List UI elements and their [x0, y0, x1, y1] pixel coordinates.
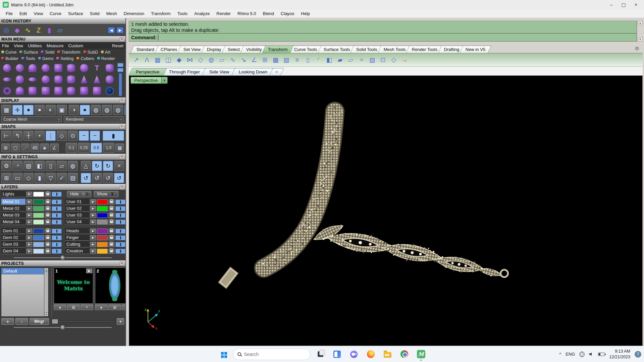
- main-menu-utilities[interactable]: Utilities: [28, 43, 42, 48]
- scroll-up-icon[interactable]: ▲: [638, 21, 643, 25]
- file-explorer-button[interactable]: [381, 348, 394, 361]
- book-icon[interactable]: ▮: [35, 173, 45, 183]
- menu-mesh[interactable]: Mesh: [103, 10, 120, 17]
- builder-tool-icon[interactable]: [26, 74, 39, 85]
- maelstrom-icon[interactable]: ▨: [368, 55, 377, 65]
- polar-array-icon[interactable]: ▩: [271, 55, 280, 65]
- snap-perp-icon[interactable]: −: [90, 131, 100, 141]
- close-icon[interactable]: ✕: [120, 125, 124, 129]
- builder-tool-icon[interactable]: [39, 62, 52, 73]
- thumb-delete-button[interactable]: ×: [80, 304, 93, 310]
- grid-snap-icon[interactable]: ⊞: [1, 143, 10, 152]
- layer-color-swatch[interactable]: [97, 206, 108, 211]
- snap-center-icon[interactable]: •: [35, 131, 45, 141]
- category-builder[interactable]: Builder: [1, 56, 18, 61]
- builder-tool-icon[interactable]: [78, 74, 90, 85]
- project-item[interactable]: Default: [1, 268, 44, 275]
- builder-tool-icon[interactable]: [26, 62, 39, 73]
- layer-expand-icon[interactable]: ▶: [26, 199, 32, 204]
- copy-icon[interactable]: ▦: [153, 55, 162, 65]
- ribbon-tab-transform[interactable]: Transform: [262, 46, 294, 53]
- start-button[interactable]: [216, 348, 230, 361]
- snap-near-icon[interactable]: ↰: [12, 131, 22, 141]
- cylinder-icon[interactable]: ▮: [45, 26, 54, 35]
- gem-builder-icon[interactable]: ◆: [13, 26, 21, 35]
- paste-icon[interactable]: ◫: [164, 55, 173, 65]
- lock-icon[interactable]: [109, 235, 114, 240]
- layer-expand-icon[interactable]: ▶: [26, 220, 32, 225]
- layer-color-swatch[interactable]: [33, 213, 44, 218]
- main-menu-view[interactable]: View: [14, 43, 23, 48]
- lock-icon[interactable]: [45, 192, 51, 197]
- layer-visibility-toggle[interactable]: [52, 213, 62, 218]
- planar-icon[interactable]: ⋰: [21, 143, 30, 152]
- category-transform[interactable]: Transform: [57, 50, 80, 55]
- grid-mini-button[interactable]: [117, 68, 123, 72]
- main-menu-reset[interactable]: Reset: [112, 43, 123, 48]
- volume-icon[interactable]: [589, 353, 592, 356]
- layer-label[interactable]: Gem 04: [1, 248, 25, 254]
- grid-settings-icon[interactable]: ▦: [115, 143, 124, 152]
- viewport-tab-perspective[interactable]: Perspective: [128, 68, 167, 75]
- projects-list[interactable]: Default ▲ ▼: [1, 267, 49, 317]
- scroll-up-icon[interactable]: ▲: [44, 268, 48, 272]
- layer-label[interactable]: Metal 03: [1, 212, 25, 218]
- menu-file[interactable]: File: [3, 10, 16, 17]
- taskbar-search[interactable]: [233, 349, 310, 360]
- layer-label[interactable]: Lights: [1, 191, 25, 197]
- lock-icon[interactable]: [45, 242, 51, 247]
- builder-tool-icon[interactable]: [91, 85, 103, 96]
- ring-tool-icon[interactable]: ◎: [2, 26, 11, 35]
- record-history-icon[interactable]: ↻: [92, 161, 102, 171]
- thumb-save-button[interactable]: ▤: [108, 304, 121, 310]
- scale-icon[interactable]: Λ: [142, 55, 152, 65]
- layer-label[interactable]: Metal 04: [1, 219, 25, 225]
- viewport-tab-through-finger[interactable]: Through Finger: [162, 68, 207, 75]
- snap-quad-icon[interactable]: ◇: [57, 131, 67, 141]
- lock-icon[interactable]: [45, 213, 51, 218]
- lock-icon[interactable]: [45, 229, 51, 234]
- wireframe-sphere-icon[interactable]: ◍: [91, 105, 101, 115]
- menu-view[interactable]: View: [31, 10, 46, 17]
- thumb-up-button[interactable]: ▲: [95, 304, 108, 310]
- quad-view-icon[interactable]: ▣: [57, 105, 67, 115]
- grid-snap-value-1.0[interactable]: 1.0: [103, 143, 114, 153]
- main-menu-file[interactable]: File: [2, 43, 9, 48]
- layer-visibility-toggle[interactable]: [52, 242, 62, 247]
- shear-icon[interactable]: ▱: [217, 55, 227, 65]
- bend-icon[interactable]: ∿: [228, 55, 237, 65]
- globe-icon[interactable]: ◐: [46, 105, 56, 115]
- wireframe-sphere-icon[interactable]: ◍: [102, 105, 112, 115]
- array-grid-icon[interactable]: ⊞: [260, 55, 270, 65]
- layer-visibility-toggle[interactable]: [52, 220, 62, 225]
- projects-collapse-slider[interactable]: ▼: [0, 325, 125, 330]
- close-icon[interactable]: ✕: [120, 261, 124, 265]
- builder-tool-icon[interactable]: [1, 85, 13, 96]
- layer-expand-icon[interactable]: ▶: [90, 229, 96, 234]
- command-input[interactable]: [158, 35, 635, 40]
- layer-expand-icon[interactable]: ▶: [90, 235, 96, 240]
- layer-visibility-toggle[interactable]: [52, 206, 62, 211]
- viewport-tab-side-view[interactable]: Side View: [202, 68, 237, 75]
- wireframe-sphere-icon[interactable]: ◍: [113, 105, 123, 115]
- lock-icon[interactable]: [109, 213, 114, 218]
- history-cube-icon[interactable]: ◍: [68, 161, 78, 171]
- layer-color-swatch[interactable]: [33, 249, 44, 254]
- category-render[interactable]: Render: [97, 56, 115, 61]
- add-thumb-button[interactable]: +: [117, 318, 124, 325]
- layer-visibility-toggle[interactable]: [115, 213, 125, 218]
- layer-color-swatch[interactable]: [97, 242, 108, 247]
- layer-expand-icon[interactable]: ▶: [90, 199, 96, 204]
- language-indicator[interactable]: ENG: [566, 352, 575, 357]
- network-globe-icon[interactable]: [579, 352, 585, 357]
- snap-end-icon[interactable]: ⊢: [1, 131, 11, 141]
- lock-icon[interactable]: [109, 206, 114, 211]
- menu-curve[interactable]: Curve: [47, 10, 64, 17]
- lock-icon[interactable]: [45, 206, 51, 211]
- clock[interactable]: 9:13 AM 12/21/2023: [609, 349, 630, 360]
- monitor-icon[interactable]: ▭: [12, 173, 22, 183]
- widgets-button[interactable]: [330, 348, 344, 361]
- layer-expand-icon[interactable]: ▶: [26, 242, 32, 247]
- layer-color-swatch[interactable]: [97, 249, 108, 254]
- builder-tool-icon[interactable]: [13, 85, 26, 96]
